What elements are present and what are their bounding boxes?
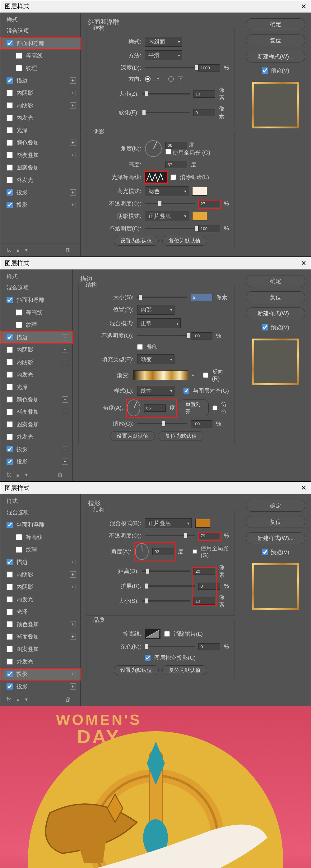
gradient-swatch[interactable] bbox=[133, 370, 188, 380]
style-row-1[interactable]: 等高线 bbox=[0, 531, 80, 544]
style-row-3[interactable]: 描边 + bbox=[0, 74, 80, 87]
style-row-0[interactable]: 斜面和浮雕 bbox=[0, 37, 80, 50]
add-effect-icon[interactable]: + bbox=[62, 396, 68, 403]
down-icon[interactable]: ▾ bbox=[25, 471, 28, 478]
style-checkbox[interactable] bbox=[16, 65, 22, 71]
style-row-11[interactable]: 外发光 bbox=[0, 655, 80, 668]
style-checkbox[interactable] bbox=[6, 102, 13, 108]
preview-toggle[interactable]: 预览(V) bbox=[262, 549, 289, 556]
style-checkbox[interactable] bbox=[6, 683, 13, 689]
number-input[interactable] bbox=[152, 548, 174, 555]
slider[interactable] bbox=[145, 203, 195, 204]
style-checkbox[interactable] bbox=[6, 177, 13, 183]
style-row-12[interactable]: 投影 + bbox=[0, 668, 80, 680]
fx-icon[interactable]: fx bbox=[6, 696, 11, 703]
style-checkbox[interactable] bbox=[6, 671, 13, 677]
add-effect-icon[interactable]: + bbox=[70, 102, 76, 108]
style-row-0[interactable]: 斜面和浮雕 bbox=[0, 519, 80, 531]
style-row-8[interactable]: 颜色叠加 + bbox=[0, 393, 72, 406]
add-effect-icon[interactable]: + bbox=[70, 189, 76, 195]
number-input[interactable] bbox=[144, 404, 166, 412]
style-row-10[interactable]: 图案叠加 bbox=[0, 418, 72, 431]
style-checkbox[interactable] bbox=[6, 78, 13, 84]
checkbox[interactable] bbox=[203, 372, 208, 378]
reset-default-button[interactable]: 复位为默认值 bbox=[162, 236, 207, 246]
style-row-9[interactable]: 渐变叠加 + bbox=[0, 149, 80, 161]
slider[interactable] bbox=[145, 535, 195, 536]
slider[interactable] bbox=[143, 600, 190, 601]
style-checkbox[interactable] bbox=[6, 115, 13, 121]
checkbox[interactable] bbox=[212, 405, 217, 411]
number-input[interactable] bbox=[198, 225, 220, 232]
slider[interactable] bbox=[137, 297, 187, 298]
style-checkbox[interactable] bbox=[6, 164, 13, 171]
style-row-2[interactable]: 纹理 bbox=[0, 544, 80, 556]
style-checkbox[interactable] bbox=[6, 522, 13, 528]
style-row-10[interactable]: 图案叠加 bbox=[0, 643, 80, 655]
style-row-4[interactable]: 内阴影 + bbox=[0, 344, 72, 356]
slider[interactable] bbox=[137, 423, 187, 424]
contour[interactable] bbox=[145, 629, 160, 639]
number-input[interactable] bbox=[198, 643, 220, 650]
style-checkbox[interactable] bbox=[16, 309, 22, 315]
angle-dial[interactable] bbox=[145, 140, 162, 157]
add-effect-icon[interactable]: + bbox=[70, 621, 76, 627]
add-effect-icon[interactable]: + bbox=[62, 446, 68, 452]
slider[interactable] bbox=[145, 67, 195, 68]
style-checkbox[interactable] bbox=[6, 347, 13, 353]
number-input[interactable] bbox=[193, 109, 215, 116]
style-checkbox[interactable] bbox=[6, 40, 13, 46]
style-checkbox[interactable] bbox=[6, 202, 13, 208]
style-row-13[interactable]: 投影 + bbox=[0, 680, 80, 693]
dropdown[interactable]: 内斜面 bbox=[145, 37, 182, 46]
add-effect-icon[interactable]: + bbox=[70, 90, 76, 96]
dropdown[interactable]: 渐变 bbox=[137, 354, 175, 364]
style-row-13[interactable]: 投影 + bbox=[0, 456, 72, 468]
new-style-button[interactable]: 新建样式(W)... bbox=[246, 307, 305, 319]
add-effect-icon[interactable]: + bbox=[70, 671, 76, 677]
add-effect-icon[interactable]: + bbox=[70, 584, 76, 590]
number-input[interactable] bbox=[198, 583, 220, 590]
number-input[interactable] bbox=[198, 532, 220, 539]
style-row-12[interactable]: 投影 + bbox=[0, 186, 80, 199]
radio-up[interactable] bbox=[145, 76, 151, 82]
dropdown[interactable]: 线性 bbox=[137, 386, 175, 396]
style-checkbox[interactable] bbox=[16, 322, 22, 328]
style-checkbox[interactable] bbox=[6, 658, 13, 665]
style-checkbox[interactable] bbox=[6, 384, 13, 390]
add-effect-icon[interactable]: + bbox=[70, 202, 76, 208]
style-checkbox[interactable] bbox=[6, 609, 13, 615]
style-checkbox[interactable] bbox=[6, 396, 13, 403]
reset-button[interactable]: 复位 bbox=[246, 516, 305, 528]
preview-toggle[interactable]: 预览(V) bbox=[262, 323, 289, 331]
dropdown[interactable]: 正片叠底 bbox=[145, 518, 192, 528]
add-effect-icon[interactable]: + bbox=[70, 571, 76, 578]
shadow-color[interactable] bbox=[192, 212, 207, 220]
style-row-7[interactable]: 光泽 bbox=[0, 124, 80, 136]
angle-dial[interactable] bbox=[135, 543, 149, 560]
style-checkbox[interactable] bbox=[6, 446, 13, 452]
slider[interactable] bbox=[143, 93, 190, 94]
style-checkbox[interactable] bbox=[6, 571, 13, 578]
style-checkbox[interactable] bbox=[16, 53, 22, 59]
slider[interactable] bbox=[145, 228, 195, 229]
trash-icon[interactable]: 🗑 bbox=[65, 247, 71, 253]
style-checkbox[interactable] bbox=[6, 596, 13, 602]
style-checkbox[interactable] bbox=[6, 189, 13, 195]
number-input[interactable] bbox=[193, 568, 215, 575]
slider[interactable] bbox=[143, 112, 190, 113]
new-style-button[interactable]: 新建样式(W)... bbox=[246, 532, 305, 544]
slider[interactable] bbox=[137, 335, 187, 336]
style-checkbox[interactable] bbox=[6, 359, 13, 365]
style-row-12[interactable]: 投影 + bbox=[0, 443, 72, 456]
style-row-3[interactable]: 描边 + bbox=[0, 556, 80, 568]
style-checkbox[interactable] bbox=[6, 633, 13, 640]
style-checkbox[interactable] bbox=[6, 152, 13, 158]
add-effect-icon[interactable]: + bbox=[70, 78, 76, 84]
number-input[interactable] bbox=[191, 332, 212, 340]
add-effect-icon[interactable]: + bbox=[70, 559, 76, 565]
hilite-color[interactable] bbox=[192, 187, 207, 195]
style-row-5[interactable]: 内阴影 + bbox=[0, 356, 72, 368]
close-icon[interactable]: ✕ bbox=[301, 484, 306, 492]
style-checkbox[interactable] bbox=[6, 621, 13, 627]
